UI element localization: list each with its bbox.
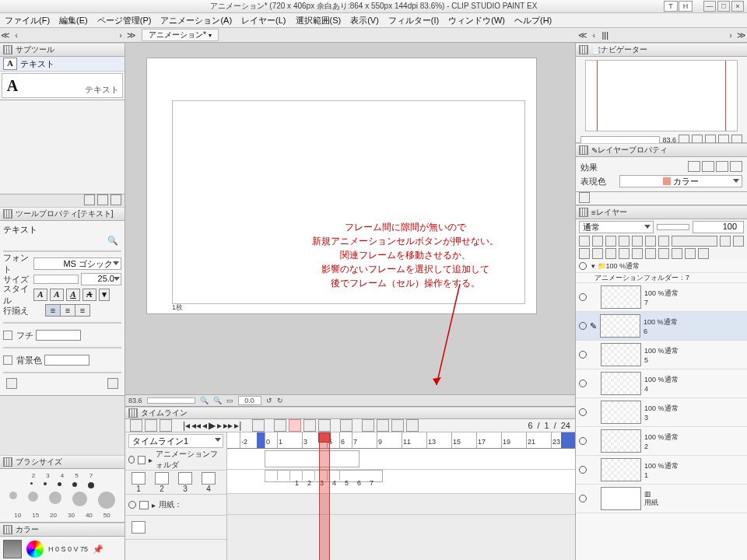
tl-new-icon[interactable] bbox=[130, 419, 142, 432]
cel-a-icon[interactable] bbox=[303, 419, 316, 432]
layer-row[interactable]: 100 %通常4 bbox=[576, 369, 747, 398]
zoom-in-icon[interactable]: 🔍 bbox=[213, 397, 222, 404]
align-center[interactable]: ≡ bbox=[60, 305, 75, 316]
lt-trash-icon[interactable] bbox=[733, 236, 744, 247]
rnav-next-icon[interactable]: › bbox=[725, 30, 736, 40]
rnav-back-icon[interactable]: ≪ bbox=[577, 30, 588, 40]
lt-c-icon[interactable] bbox=[605, 236, 616, 247]
next-frame-icon[interactable]: ▸ bbox=[217, 420, 222, 431]
playhead-knob[interactable] bbox=[318, 432, 331, 443]
minimize-button[interactable]: — bbox=[703, 1, 716, 12]
timeline-name-select[interactable]: タイムライン1 bbox=[128, 434, 223, 448]
expr-color-select[interactable]: カラー bbox=[619, 175, 742, 187]
timeline-grid[interactable]: -20135679111315171921232527 1234567 bbox=[227, 432, 575, 560]
bg-toggle[interactable] bbox=[3, 355, 12, 365]
cel-thumb[interactable] bbox=[132, 472, 146, 485]
track-paper[interactable]: ▸用紙： bbox=[125, 495, 226, 516]
mode-t[interactable]: T bbox=[664, 1, 678, 12]
menu-page[interactable]: ページ管理(P) bbox=[97, 15, 152, 26]
eye-icon[interactable] bbox=[579, 262, 587, 270]
primary-color-well[interactable] bbox=[3, 540, 22, 558]
track-row[interactable] bbox=[227, 494, 575, 515]
prev-key-icon[interactable]: ◂◂ bbox=[191, 420, 201, 431]
color-header[interactable]: カラー bbox=[0, 523, 124, 537]
fx-tone-icon[interactable] bbox=[702, 161, 714, 172]
brush-preset[interactable] bbox=[72, 482, 77, 487]
clip-start-marker[interactable] bbox=[257, 432, 265, 448]
rnav-fwd-icon[interactable]: ≫ bbox=[736, 30, 747, 40]
key-d-icon[interactable] bbox=[406, 419, 419, 432]
loupe-icon[interactable]: 🔍 bbox=[3, 236, 121, 246]
brush-preset[interactable] bbox=[88, 482, 94, 488]
lt2-h-icon[interactable] bbox=[672, 248, 682, 259]
last-frame-icon[interactable]: ▸| bbox=[234, 420, 241, 431]
subtool-opt-icon[interactable] bbox=[84, 194, 95, 205]
lt-a-icon[interactable] bbox=[579, 236, 590, 247]
layerprop-header[interactable]: ✎ レイヤープロパティ bbox=[576, 143, 747, 157]
style-more[interactable]: ▾ bbox=[99, 289, 110, 301]
rot-cw-icon[interactable]: ↻ bbox=[277, 397, 283, 404]
tl-set-icon[interactable] bbox=[160, 419, 172, 432]
toolprop-save-icon[interactable] bbox=[107, 378, 118, 389]
fuchi-toggle[interactable] bbox=[3, 331, 12, 340]
style-bold[interactable]: A bbox=[33, 289, 47, 301]
brush-preset[interactable] bbox=[28, 492, 38, 502]
font-select[interactable]: MS ゴシック bbox=[33, 257, 121, 270]
toolprop-header[interactable]: ツールプロパティ[テキスト] bbox=[0, 207, 124, 221]
timeline-header[interactable]: タイムライン bbox=[125, 407, 575, 419]
mode-h[interactable]: H bbox=[679, 1, 693, 12]
color-wheel-icon[interactable] bbox=[26, 541, 44, 558]
subtool-new-icon[interactable] bbox=[97, 194, 108, 205]
new-anim-cel-icon[interactable] bbox=[289, 419, 301, 432]
track-anim-folder[interactable]: ▸アニメーションフォルダ bbox=[125, 450, 226, 471]
lt2-i-icon[interactable] bbox=[685, 248, 696, 259]
lt2-b-icon[interactable] bbox=[592, 248, 603, 259]
navigator-header[interactable]: 📑 ナビゲーター bbox=[576, 43, 747, 57]
nav-back-icon[interactable]: ≪ bbox=[0, 30, 11, 40]
menu-filter[interactable]: フィルター(I) bbox=[388, 15, 439, 26]
nav-fwd-icon[interactable]: ≫ bbox=[126, 30, 137, 40]
eye-icon[interactable] bbox=[579, 380, 587, 387]
eye-icon[interactable] bbox=[579, 466, 587, 474]
menu-layer[interactable]: レイヤー(L) bbox=[241, 15, 286, 26]
lt2-g-icon[interactable] bbox=[658, 248, 669, 259]
menu-window[interactable]: ウィンドウ(W) bbox=[448, 15, 505, 26]
eye-icon[interactable] bbox=[579, 408, 587, 416]
fx-grid-icon[interactable] bbox=[716, 161, 728, 172]
pin-icon[interactable]: 📌 bbox=[93, 544, 103, 555]
loop-icon[interactable] bbox=[252, 419, 265, 432]
rnav-prev-icon[interactable]: ‹ bbox=[588, 30, 599, 40]
track-row[interactable] bbox=[227, 515, 575, 560]
layer-row[interactable]: 100 %通常2 bbox=[576, 427, 747, 456]
key-b-icon[interactable] bbox=[377, 419, 389, 432]
menu-view[interactable]: 表示(V) bbox=[350, 15, 379, 26]
eye-icon[interactable] bbox=[579, 293, 587, 301]
bg-color[interactable] bbox=[44, 355, 89, 366]
layer-row[interactable]: 100 %通常1 bbox=[576, 456, 747, 485]
layer-row[interactable]: 100 %通常5 bbox=[576, 341, 747, 369]
tl-list-icon[interactable] bbox=[145, 419, 157, 432]
fx-border-icon[interactable] bbox=[688, 161, 700, 172]
fuchi-color[interactable] bbox=[36, 330, 81, 341]
lt2-d-icon[interactable] bbox=[619, 248, 630, 259]
track-row[interactable] bbox=[227, 449, 575, 470]
clip-end-marker[interactable] bbox=[561, 432, 575, 448]
lt2-c-icon[interactable] bbox=[605, 248, 616, 259]
document-tab[interactable]: アニメーション* ▾ bbox=[142, 29, 219, 41]
toolprop-reset-icon[interactable] bbox=[6, 378, 17, 389]
subtool-trash-icon[interactable] bbox=[110, 194, 121, 205]
brush-preset[interactable] bbox=[9, 492, 17, 499]
cel-thumb[interactable] bbox=[178, 472, 192, 485]
track-cel-row[interactable]: 1 2 3 4 bbox=[125, 471, 226, 495]
navigator-canvas[interactable] bbox=[585, 60, 738, 131]
brush-preset[interactable] bbox=[44, 482, 47, 485]
maximize-button[interactable]: □ bbox=[717, 1, 730, 12]
layer-folder-row[interactable]: ▾ 📁 100 %通常 bbox=[576, 260, 747, 273]
lt-d-icon[interactable] bbox=[619, 236, 630, 247]
layers-header[interactable]: ≡ レイヤー bbox=[576, 205, 747, 219]
cel-thumb[interactable] bbox=[155, 472, 169, 485]
menu-edit[interactable]: 編集(E) bbox=[59, 15, 88, 26]
key-c-icon[interactable] bbox=[391, 419, 404, 432]
key-a-icon[interactable] bbox=[362, 419, 374, 432]
first-frame-icon[interactable]: |◂ bbox=[183, 420, 190, 431]
